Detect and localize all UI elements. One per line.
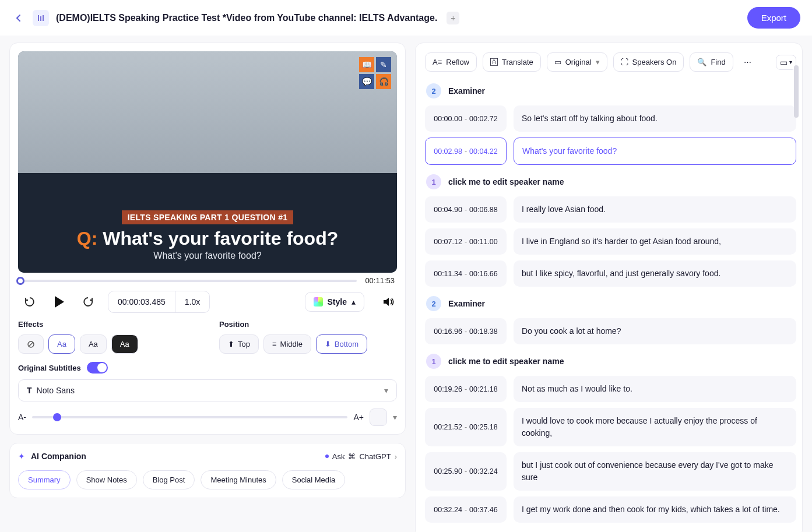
- reflow-button[interactable]: A≡Reflow: [425, 52, 477, 72]
- app-logo: [33, 10, 49, 26]
- ai-pill-show-notes[interactable]: Show Notes: [76, 470, 137, 489]
- size-increase[interactable]: A+: [353, 413, 364, 422]
- size-slider[interactable]: [32, 416, 347, 418]
- volume-button[interactable]: [382, 295, 395, 308]
- transcript-text[interactable]: So let's start off by talking about food…: [514, 105, 796, 132]
- gpt-label[interactable]: ChatGPT: [359, 452, 391, 461]
- duration-label: 00:11:53: [365, 276, 395, 285]
- ai-title: AI Companion: [31, 452, 86, 461]
- effect-plain[interactable]: Aa: [80, 334, 107, 354]
- speaker-header[interactable]: 2Examiner: [425, 80, 796, 102]
- transcript-text[interactable]: Do you cook a lot at home?: [514, 318, 796, 344]
- orig-sub-label: Original Subtitles: [18, 364, 81, 372]
- speakers-button[interactable]: ⛶Speakers On: [613, 52, 684, 72]
- speaker-name[interactable]: Examiner: [448, 86, 485, 96]
- chevron-down-icon: ▾: [789, 59, 792, 65]
- video-subtitle: What's your favorite food?: [18, 251, 397, 261]
- transcript-text[interactable]: I would love to cook more because I actu…: [514, 408, 796, 446]
- speaker-header[interactable]: 1click me to edit speaker name: [425, 350, 796, 372]
- transcript-row[interactable]: 00:32.24 - 00:37.46I get my work done an…: [425, 496, 796, 523]
- add-button[interactable]: +: [447, 12, 459, 24]
- orig-sub-toggle[interactable]: [87, 362, 108, 374]
- transcript-row[interactable]: 00:04.90 - 00:06.88I really love Asian f…: [425, 196, 796, 223]
- time-range: 00:11.34 - 00:16.66: [425, 260, 507, 287]
- rewind-button[interactable]: [20, 293, 39, 311]
- effect-boxed[interactable]: Aa: [111, 334, 138, 354]
- font-select[interactable]: T Noto Sans ▾: [18, 379, 397, 401]
- transcript-row[interactable]: 00:11.34 - 00:16.66but I like spicy, fla…: [425, 260, 796, 287]
- transcript-row[interactable]: 00:21.52 - 00:25.18I would love to cook …: [425, 408, 796, 446]
- transcript-text[interactable]: What's your favorite food?: [514, 138, 796, 165]
- transcript-row[interactable]: 00:16.96 - 00:18.38Do you cook a lot at …: [425, 318, 796, 344]
- text-icon: T: [27, 386, 32, 395]
- pos-top[interactable]: ⬆Top: [219, 334, 259, 354]
- more-button[interactable]: ⋯: [739, 54, 756, 70]
- transcript-row[interactable]: 00:07.12 - 00:11.00I live in England so …: [425, 228, 796, 255]
- subtitle-icon: ▭: [554, 58, 561, 66]
- transcript-text[interactable]: I get my work done and then cook for my …: [514, 496, 796, 523]
- page-title: (DEMO)IELTS Speaking Practice Test *Vide…: [56, 13, 437, 23]
- speaker-badge: 2: [426, 83, 441, 98]
- pos-bottom[interactable]: ⬇Bottom: [316, 334, 367, 354]
- transcript-text[interactable]: but I just cook out of convenience becau…: [514, 452, 796, 491]
- ask-label[interactable]: Ask: [332, 452, 345, 461]
- color-picker[interactable]: [370, 408, 387, 426]
- chevron-down-icon: ▾: [596, 58, 600, 66]
- back-button[interactable]: [12, 11, 26, 25]
- align-middle-icon: ≡: [272, 340, 277, 348]
- layout-toggle[interactable]: ▭▾: [776, 55, 796, 70]
- time-input[interactable]: 00:00:03.485 1.0x: [108, 291, 210, 313]
- transcript-text[interactable]: but I like spicy, flavorful, and just ge…: [514, 260, 796, 287]
- effect-none[interactable]: [18, 334, 44, 354]
- ai-pill-meeting-minutes[interactable]: Meeting Minutes: [201, 470, 276, 489]
- speaker-badge: 2: [426, 296, 441, 311]
- ai-pill-blog-post[interactable]: Blog Post: [143, 470, 195, 489]
- speaker-badge: 1: [426, 354, 441, 369]
- transcript-row[interactable]: 00:25.90 - 00:32.24but I just cook out o…: [425, 452, 796, 491]
- play-button[interactable]: [50, 293, 68, 311]
- time-range: 00:19.26 - 00:21.18: [425, 376, 507, 402]
- time-range: 00:16.96 - 00:18.38: [425, 318, 507, 344]
- chevron-down-icon: ▾: [393, 413, 397, 422]
- speakers-icon: ⛶: [621, 58, 628, 66]
- video-panel: 📖✎ 💬🎧 IELTS SPEAKING PART 1 QUESTION #1 …: [9, 43, 406, 435]
- forward-button[interactable]: [79, 293, 97, 311]
- ai-pill-social-media[interactable]: Social Media: [282, 470, 345, 489]
- align-top-icon: ⬆: [228, 340, 234, 348]
- gpt-icon: ⌘: [348, 452, 356, 461]
- scrollbar[interactable]: [794, 65, 799, 118]
- align-bottom-icon: ⬇: [325, 340, 331, 348]
- pos-middle[interactable]: ≡Middle: [263, 334, 311, 354]
- video-tag: IELTS SPEAKING PART 1 QUESTION #1: [122, 210, 294, 224]
- speed-label[interactable]: 1.0x: [175, 291, 209, 312]
- sparkle-icon: ✦: [18, 452, 25, 461]
- effect-outline[interactable]: Aa: [48, 334, 75, 354]
- speaker-name[interactable]: click me to edit speaker name: [448, 357, 564, 366]
- transcript-row[interactable]: 00:00.00 - 00:02.72So let's start off by…: [425, 105, 796, 132]
- transcript-text[interactable]: Not as much as I would like to.: [514, 376, 796, 402]
- transcript-row[interactable]: 00:02.98 - 00:04.22What's your favorite …: [425, 138, 796, 165]
- chevron-right-icon: ›: [395, 452, 397, 461]
- transcript-panel: A≡Reflow 🄰Translate ▭Original▾ ⛶Speakers…: [415, 43, 803, 532]
- playback-timeline[interactable]: [20, 280, 357, 282]
- video-player[interactable]: 📖✎ 💬🎧 IELTS SPEAKING PART 1 QUESTION #1 …: [18, 51, 397, 273]
- style-dropdown[interactable]: Style ▴: [305, 292, 364, 312]
- speaker-name[interactable]: click me to edit speaker name: [448, 177, 564, 186]
- transcript-text[interactable]: I live in England so it's harder to get …: [514, 228, 796, 255]
- speaker-header[interactable]: 2Examiner: [425, 293, 796, 315]
- transcript-row[interactable]: 00:19.26 - 00:21.18Not as much as I woul…: [425, 376, 796, 402]
- translate-button[interactable]: 🄰Translate: [483, 52, 541, 72]
- export-button[interactable]: Export: [747, 7, 800, 29]
- find-button[interactable]: 🔍Find: [690, 52, 733, 72]
- speaker-header[interactable]: 1click me to edit speaker name: [425, 171, 796, 193]
- chevron-down-icon: ▾: [384, 386, 388, 395]
- time-range: 00:25.90 - 00:32.24: [425, 452, 507, 491]
- speaker-name[interactable]: Examiner: [448, 299, 485, 308]
- time-range: 00:02.98 - 00:04.22: [425, 138, 507, 165]
- size-decrease[interactable]: A-: [18, 413, 26, 422]
- time-range: 00:07.12 - 00:11.00: [425, 228, 507, 255]
- transcript-text[interactable]: I really love Asian food.: [514, 196, 796, 223]
- reflow-icon: A≡: [433, 58, 442, 66]
- original-dropdown[interactable]: ▭Original▾: [547, 52, 607, 72]
- ai-pill-summary[interactable]: Summary: [18, 470, 71, 489]
